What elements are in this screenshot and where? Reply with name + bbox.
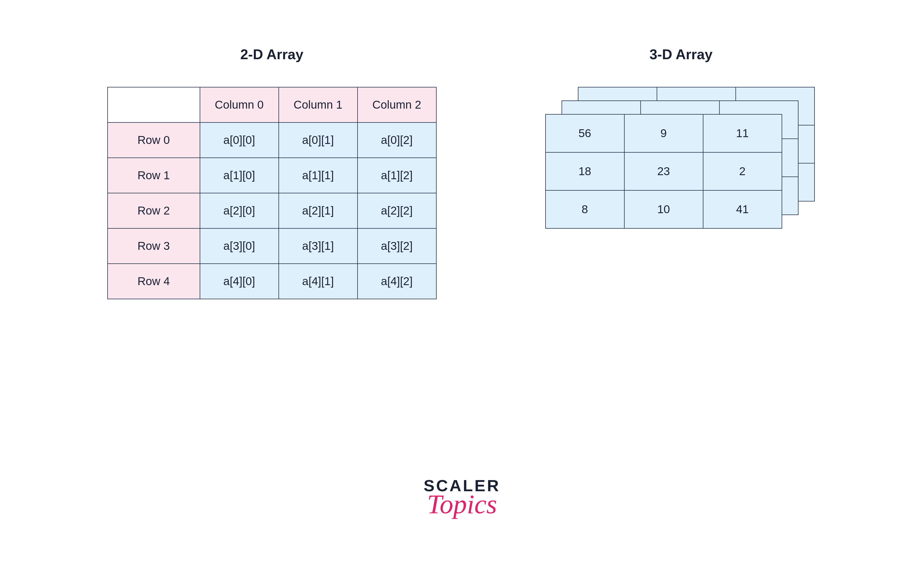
table-row: 56 9 11: [546, 114, 782, 153]
corner-cell: [108, 87, 200, 123]
col-header: Column 1: [279, 87, 357, 123]
table-row: Row 1 a[1][0] a[1][1] a[1][2]: [108, 158, 436, 193]
section-3d-array: 3-D Array 56 9 11: [545, 46, 817, 299]
cell: 10: [624, 190, 703, 228]
diagram-wrap: 2-D Array Column 0 Column 1 Column 2 Row…: [0, 46, 924, 299]
col-header: Column 2: [357, 87, 436, 123]
title-3d: 3-D Array: [650, 46, 712, 63]
cell: a[3][1]: [279, 228, 357, 264]
cell: a[0][0]: [200, 123, 279, 158]
title-2d: 2-D Array: [240, 46, 303, 63]
cell: a[2][2]: [357, 193, 436, 228]
row-header: Row 4: [108, 264, 200, 299]
cell: a[3][2]: [357, 228, 436, 264]
cell: a[4][0]: [200, 264, 279, 299]
cell: a[0][2]: [357, 123, 436, 158]
cell: 8: [546, 190, 624, 228]
cell: 41: [703, 190, 782, 228]
table-2d: Column 0 Column 1 Column 2 Row 0 a[0][0]…: [107, 87, 436, 299]
cell: a[4][1]: [279, 264, 357, 299]
cell: 9: [624, 114, 703, 153]
cell: a[3][0]: [200, 228, 279, 264]
cell: a[2][0]: [200, 193, 279, 228]
cell: a[1][2]: [357, 158, 436, 193]
stack-3d: 56 9 11 18 23 2 8 10 41: [545, 87, 817, 239]
cell: 23: [624, 153, 703, 190]
col-header: Column 0: [200, 87, 279, 123]
scaler-topics-logo: SCALER Topics: [423, 479, 501, 515]
section-2d-array: 2-D Array Column 0 Column 1 Column 2 Row…: [107, 46, 436, 299]
row-header: Row 2: [108, 193, 200, 228]
row-header: Row 1: [108, 158, 200, 193]
row-header: Row 0: [108, 123, 200, 158]
table-row: Column 0 Column 1 Column 2: [108, 87, 436, 123]
cell: a[2][1]: [279, 193, 357, 228]
table-row: 18 23 2: [546, 153, 782, 190]
cell: a[4][2]: [357, 264, 436, 299]
table-row: Row 2 a[2][0] a[2][1] a[2][2]: [108, 193, 436, 228]
layer-front: 56 9 11 18 23 2 8 10 41: [545, 114, 782, 229]
row-header: Row 3: [108, 228, 200, 264]
cell: 18: [546, 153, 624, 190]
cell: a[1][1]: [279, 158, 357, 193]
cell: a[1][0]: [200, 158, 279, 193]
table-row: 8 10 41: [546, 190, 782, 228]
cell: 2: [703, 153, 782, 190]
cell: a[0][1]: [279, 123, 357, 158]
table-row: Row 0 a[0][0] a[0][1] a[0][2]: [108, 123, 436, 158]
table-row: Row 3 a[3][0] a[3][1] a[3][2]: [108, 228, 436, 264]
table-row: Row 4 a[4][0] a[4][1] a[4][2]: [108, 264, 436, 299]
logo-bottom-text: Topics: [423, 494, 501, 515]
cell: 11: [703, 114, 782, 153]
cell: 56: [546, 114, 624, 153]
